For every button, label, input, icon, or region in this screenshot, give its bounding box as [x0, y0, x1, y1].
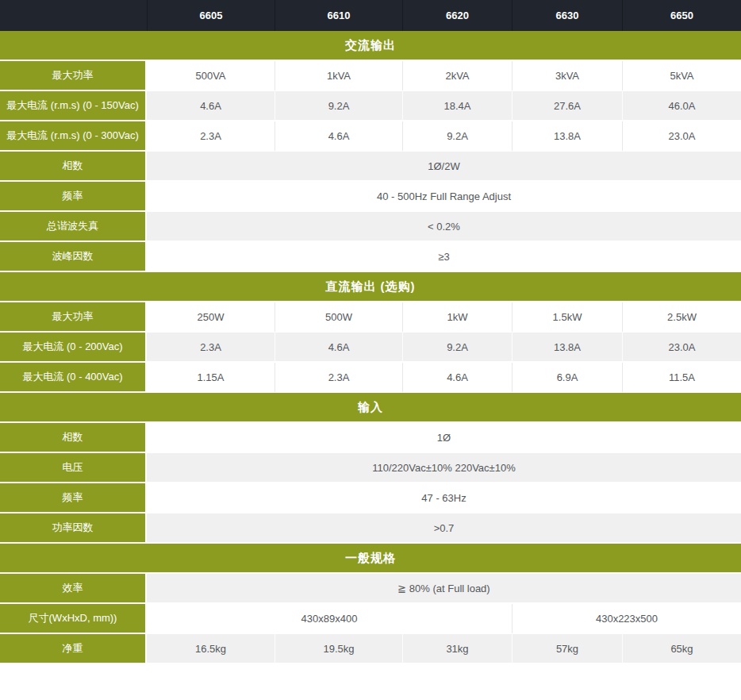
- data-cell: 1.15A: [147, 363, 275, 393]
- data-cell: 1kVA: [275, 61, 402, 91]
- data-cell: 46.0A: [622, 91, 741, 121]
- table-row: 频率40 - 500Hz Full Range Adjust: [0, 182, 741, 212]
- data-cell-span: >0.7: [147, 513, 741, 544]
- row-label: 净重: [0, 634, 147, 664]
- data-cell-span: ≧ 80% (at Full load): [147, 574, 741, 604]
- data-cell: 57kg: [512, 634, 622, 664]
- data-cell-span: 40 - 500Hz Full Range Adjust: [147, 182, 741, 212]
- row-label: 效率: [0, 574, 147, 604]
- table-row: 最大功率500VA1kVA2kVA3kVA5kVA: [0, 61, 741, 91]
- data-cell-merged: 430x223x500: [512, 604, 741, 634]
- data-cell: 2.3A: [275, 363, 402, 393]
- row-label: 电压: [0, 453, 147, 483]
- data-cell: 1.5kW: [512, 302, 622, 333]
- row-label: 总谐波失真: [0, 212, 147, 242]
- row-label: 最大电流 (0 - 200Vac): [0, 333, 147, 363]
- data-cell: 16.5kg: [147, 634, 275, 664]
- table-row: 最大电流 (r.m.s) (0 - 150Vac)4.6A9.2A18.4A27…: [0, 91, 741, 121]
- section-header-row: 输入: [0, 393, 741, 423]
- table-row: 最大电流 (r.m.s) (0 - 300Vac)2.3A4.6A9.2A13.…: [0, 121, 741, 152]
- data-cell: 65kg: [622, 634, 741, 664]
- data-cell-span: < 0.2%: [147, 212, 741, 242]
- model-header-cell: 6610: [275, 0, 402, 31]
- data-cell: 4.6A: [275, 121, 402, 152]
- data-cell: 2kVA: [402, 61, 512, 91]
- table-row: 频率47 - 63Hz: [0, 483, 741, 513]
- table-row: 最大功率250W500W1kW1.5kW2.5kW: [0, 302, 741, 333]
- table-row: 最大电流 (0 - 400Vac)1.15A2.3A4.6A6.9A11.5A: [0, 363, 741, 393]
- data-cell: 5kVA: [622, 61, 741, 91]
- table-row: 相数1Ø/2W: [0, 152, 741, 182]
- table-row: 电压110/220Vac±10% 220Vac±10%: [0, 453, 741, 483]
- table-row: 尺寸(WxHxD, mm))430x89x400430x223x500: [0, 604, 741, 634]
- table-row: 最大电流 (0 - 200Vac)2.3A4.6A9.2A13.8A23.0A: [0, 333, 741, 363]
- row-label: 最大电流 (0 - 400Vac): [0, 363, 147, 393]
- data-cell: 2.5kW: [622, 302, 741, 333]
- model-header-cell: 6650: [622, 0, 741, 31]
- data-cell: 9.2A: [275, 91, 402, 121]
- model-header-cell: 6620: [402, 0, 512, 31]
- data-cell: 18.4A: [402, 91, 512, 121]
- row-label: 相数: [0, 423, 147, 453]
- table-row: 总谐波失真< 0.2%: [0, 212, 741, 242]
- data-cell: 31kg: [402, 634, 512, 664]
- data-cell: 13.8A: [512, 121, 622, 152]
- table-row: 波峰因数≥3: [0, 242, 741, 272]
- table-row: 效率≧ 80% (at Full load): [0, 574, 741, 604]
- row-label: 最大电流 (r.m.s) (0 - 150Vac): [0, 91, 147, 121]
- data-cell: 250W: [147, 302, 275, 333]
- row-label: 最大功率: [0, 61, 147, 91]
- data-cell-merged: 430x89x400: [147, 604, 512, 634]
- model-header-row: 66056610662066306650: [0, 0, 741, 31]
- section-title: 输入: [0, 393, 741, 423]
- spec-table: 66056610662066306650 交流输出最大功率500VA1kVA2k…: [0, 0, 741, 664]
- table-row: 相数1Ø: [0, 423, 741, 453]
- data-cell: 500W: [275, 302, 402, 333]
- table-row: 功率因数>0.7: [0, 513, 741, 544]
- data-cell: 4.6A: [402, 363, 512, 393]
- data-cell: 27.6A: [512, 91, 622, 121]
- data-cell-span: 47 - 63Hz: [147, 483, 741, 513]
- data-cell: 23.0A: [622, 121, 741, 152]
- data-cell: 500VA: [147, 61, 275, 91]
- data-cell: 9.2A: [402, 333, 512, 363]
- data-cell-span: 110/220Vac±10% 220Vac±10%: [147, 453, 741, 483]
- table-row: 净重16.5kg19.5kg31kg57kg65kg: [0, 634, 741, 664]
- data-cell: 9.2A: [402, 121, 512, 152]
- section-header-row: 交流输出: [0, 31, 741, 61]
- corner-cell: [0, 0, 147, 31]
- data-cell: 2.3A: [147, 121, 275, 152]
- data-cell: 4.6A: [275, 333, 402, 363]
- row-label: 频率: [0, 182, 147, 212]
- data-cell-span: ≥3: [147, 242, 741, 272]
- section-title: 交流输出: [0, 31, 741, 61]
- data-cell: 2.3A: [147, 333, 275, 363]
- data-cell: 4.6A: [147, 91, 275, 121]
- row-label: 波峰因数: [0, 242, 147, 272]
- model-header-cell: 6630: [512, 0, 622, 31]
- data-cell: 19.5kg: [275, 634, 402, 664]
- data-cell: 13.8A: [512, 333, 622, 363]
- row-label: 尺寸(WxHxD, mm)): [0, 604, 147, 634]
- model-header-cell: 6605: [147, 0, 275, 31]
- row-label: 频率: [0, 483, 147, 513]
- data-cell: 6.9A: [512, 363, 622, 393]
- row-label: 相数: [0, 152, 147, 182]
- data-cell-span: 1Ø: [147, 423, 741, 453]
- data-cell: 23.0A: [622, 333, 741, 363]
- data-cell: 11.5A: [622, 363, 741, 393]
- row-label: 最大电流 (r.m.s) (0 - 300Vac): [0, 121, 147, 152]
- section-header-row: 一般规格: [0, 544, 741, 574]
- row-label: 功率因数: [0, 513, 147, 544]
- data-cell: 3kVA: [512, 61, 622, 91]
- data-cell: 1kW: [402, 302, 512, 333]
- row-label: 最大功率: [0, 302, 147, 333]
- section-title: 直流输出 (选购): [0, 272, 741, 302]
- section-title: 一般规格: [0, 544, 741, 574]
- data-cell-span: 1Ø/2W: [147, 152, 741, 182]
- spec-table-body: 交流输出最大功率500VA1kVA2kVA3kVA5kVA最大电流 (r.m.s…: [0, 31, 741, 664]
- section-header-row: 直流输出 (选购): [0, 272, 741, 302]
